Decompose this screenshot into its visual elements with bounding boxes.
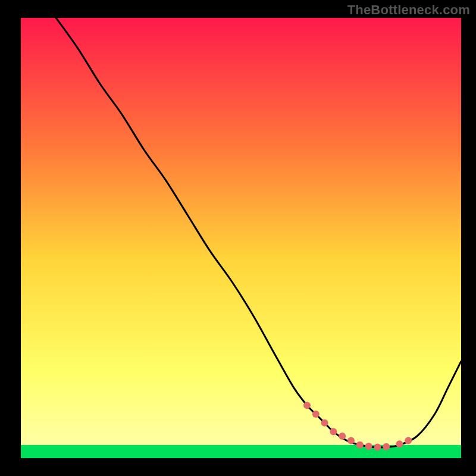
curve-marker (339, 433, 346, 440)
curve-marker (374, 444, 381, 451)
curve-marker (347, 437, 355, 444)
curve-marker (365, 443, 372, 450)
curve-marker (330, 428, 337, 436)
plot-area (21, 18, 461, 458)
curve-marker (405, 437, 412, 444)
bottleneck-chart (0, 0, 476, 476)
curve-marker (303, 402, 311, 409)
curve-marker (383, 443, 390, 450)
watermark-label: TheBottleneck.com (347, 2, 470, 18)
curve-marker (356, 441, 364, 449)
chart-container: TheBottleneck.com (0, 0, 476, 476)
curve-marker (321, 419, 328, 427)
curve-marker (312, 411, 320, 418)
curve-marker (396, 440, 403, 447)
